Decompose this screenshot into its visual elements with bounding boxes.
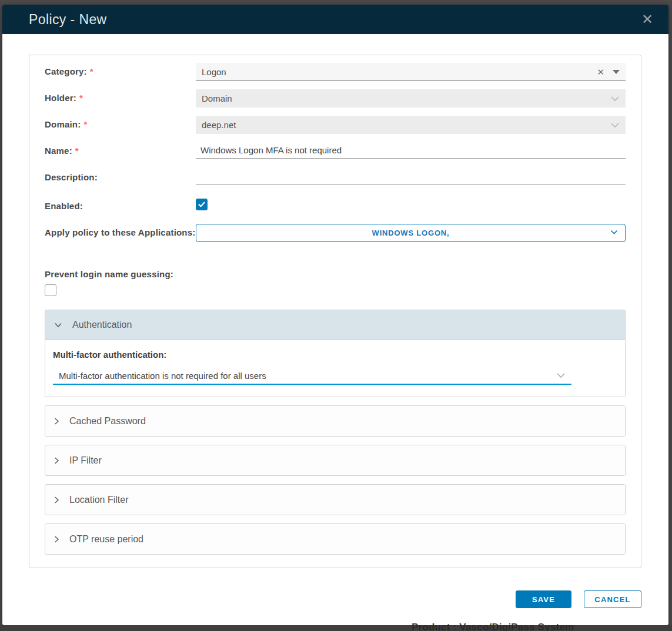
section-ip-filter: IP Filter: [45, 445, 626, 476]
name-row: Name:*: [45, 142, 626, 159]
category-combobox[interactable]: Logon ✕: [196, 63, 626, 81]
mfa-select[interactable]: Multi-factor authentication is not requi…: [53, 367, 571, 385]
description-label: Description:: [45, 169, 196, 182]
section-authentication-body: Multi-factor authentication: Multi-facto…: [45, 340, 625, 397]
cancel-button[interactable]: CANCEL: [584, 590, 641, 608]
chevron-right-icon: [54, 496, 59, 504]
description-row: Description:: [45, 169, 626, 185]
close-icon[interactable]: ✕: [639, 11, 656, 28]
holder-row: Holder:* Domain: [45, 89, 626, 108]
save-button[interactable]: SAVE: [516, 590, 571, 608]
section-cached-password-header[interactable]: Cached Password: [45, 406, 625, 436]
prevent-guessing-checkbox[interactable]: [45, 284, 56, 296]
holder-value: Domain: [202, 93, 232, 103]
section-authentication-header[interactable]: Authentication: [45, 310, 625, 340]
chevron-down-icon: [556, 372, 566, 378]
section-location-filter-header[interactable]: Location Filter: [45, 485, 625, 515]
dialog-title: Policy - New: [29, 12, 107, 28]
section-title: IP Filter: [69, 455, 102, 466]
enabled-row: Enabled:: [45, 197, 626, 211]
category-row: Category:* Logon ✕: [45, 63, 626, 81]
prevent-guessing-label: Prevent login name guessing:: [45, 269, 626, 279]
name-input[interactable]: [196, 142, 626, 159]
required-marker: *: [83, 119, 87, 129]
clear-icon[interactable]: ✕: [597, 68, 604, 76]
section-title: Location Filter: [69, 495, 129, 505]
dialog-footer: SAVE CANCEL: [2, 590, 641, 608]
name-label: Name:*: [45, 142, 196, 156]
chevron-right-icon: [54, 535, 59, 543]
section-title: Authentication: [72, 320, 132, 330]
enabled-label: Enabled:: [45, 197, 196, 211]
applications-label: Apply policy to these Applications:: [45, 224, 196, 237]
enabled-checkbox[interactable]: [196, 199, 208, 210]
domain-row: Domain:* deep.net: [45, 116, 626, 134]
chevron-down-icon: [610, 230, 618, 235]
category-label: Category:*: [45, 63, 196, 76]
dimmed-page-background: Product : Vasco/DigiPass System: [0, 625, 672, 631]
required-marker: *: [90, 66, 93, 76]
prevent-guessing-block: Prevent login name guessing:: [45, 269, 626, 298]
background-product-text: Product : Vasco/DigiPass System: [412, 622, 574, 631]
holder-select[interactable]: Domain: [196, 89, 626, 108]
mfa-value: Multi-factor authentication is not requi…: [59, 371, 266, 381]
section-authentication: Authentication Multi-factor authenticati…: [45, 310, 626, 397]
chevron-right-icon: [54, 457, 59, 465]
dropdown-triangle-icon[interactable]: [613, 70, 620, 74]
chevron-right-icon: [54, 417, 59, 425]
applications-dropdown-button[interactable]: WINDOWS LOGON,: [196, 224, 626, 242]
applications-row: Apply policy to these Applications: WIND…: [45, 224, 626, 242]
domain-select[interactable]: deep.net: [196, 116, 626, 134]
holder-label: Holder:*: [45, 89, 196, 103]
dialog-header: Policy - New ✕: [2, 5, 668, 34]
chevron-down-icon[interactable]: [610, 122, 620, 128]
chevron-down-icon: [54, 323, 62, 328]
policy-dialog: Policy - New ✕ Category:* Logon ✕ Holder…: [2, 5, 668, 625]
checkmark-icon: [198, 202, 205, 207]
mfa-label: Multi-factor authentication:: [53, 350, 617, 360]
section-title: OTP reuse period: [69, 534, 143, 545]
section-otp-reuse-period: OTP reuse period: [45, 523, 626, 555]
applications-value: WINDOWS LOGON,: [205, 229, 617, 237]
section-ip-filter-header[interactable]: IP Filter: [45, 445, 625, 475]
section-title: Cached Password: [69, 416, 146, 427]
required-marker: *: [75, 146, 79, 156]
domain-label: Domain:*: [45, 116, 196, 129]
section-otp-reuse-period-header[interactable]: OTP reuse period: [45, 524, 625, 554]
description-input[interactable]: [196, 169, 626, 185]
domain-value: deep.net: [202, 120, 236, 130]
form-panel: Category:* Logon ✕ Holder:* Domain Domai…: [29, 55, 641, 568]
required-marker: *: [79, 93, 83, 103]
section-cached-password: Cached Password: [45, 405, 626, 437]
chevron-down-icon[interactable]: [610, 96, 620, 102]
category-value: Logon: [202, 67, 226, 77]
section-location-filter: Location Filter: [45, 484, 626, 515]
